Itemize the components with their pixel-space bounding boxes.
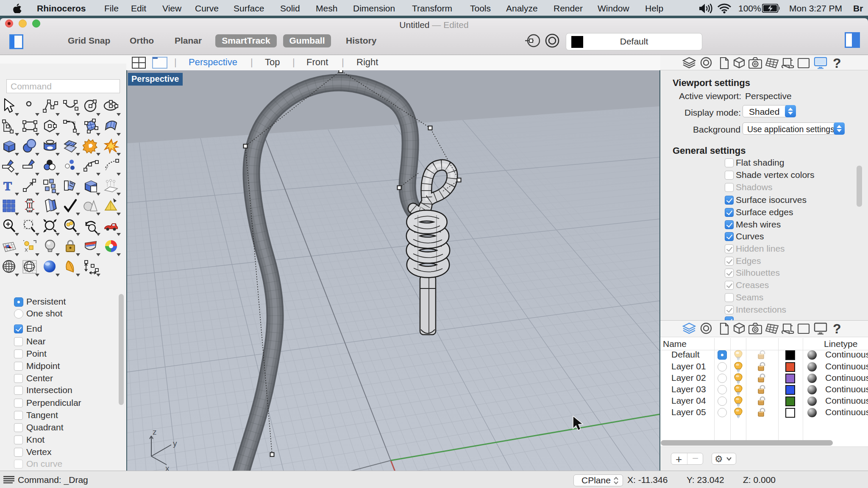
svg-text:?: ? [833, 57, 841, 69]
svg-text:x: x [165, 464, 170, 471]
svg-text:T: T [3, 179, 12, 193]
svg-text:y: y [173, 439, 177, 448]
svg-text:z: z [153, 427, 157, 436]
svg-text:?: ? [833, 322, 841, 335]
